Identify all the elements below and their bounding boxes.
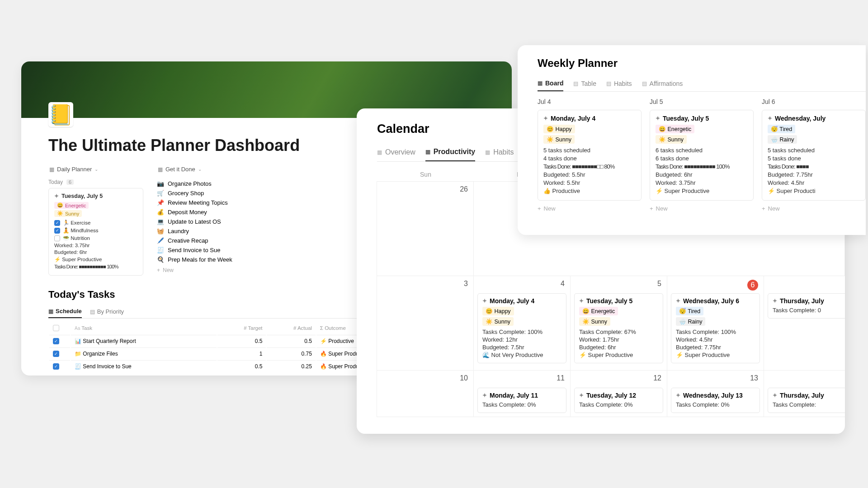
tab-productivity[interactable]: ▦Productivity (425, 143, 475, 161)
tasks-complete: Tasks Complete: 0% (482, 401, 561, 408)
affirmations-icon: ▤ (642, 80, 647, 87)
select-all-checkbox[interactable] (53, 325, 59, 331)
habits-icon: ▤ (606, 80, 611, 87)
tasks-complete: Tasks Complete: (773, 401, 845, 408)
budgeted: Budgeted: 7.75hr (676, 344, 755, 351)
tab-table[interactable]: ▤Table (573, 76, 596, 91)
todo-icon: 💻 (157, 218, 164, 225)
event-title: Thursday, July (780, 297, 824, 305)
calendar-cell[interactable]: 3 (377, 276, 474, 371)
productive: ⚡ Super Productive (656, 188, 748, 194)
plus-icon: + (762, 205, 765, 212)
worked: Worked: 3.75hr (656, 179, 748, 186)
todo-label: Organize Photos (168, 180, 212, 187)
day-number: 3 (464, 280, 468, 288)
page-icon[interactable]: 📒 (48, 102, 73, 127)
budgeted: Budgeted: 5.5hr (543, 171, 636, 178)
calendar-cell[interactable]: 6 ✦Wednesday, July 6😴 Tired🌧️ RainyTasks… (667, 276, 764, 371)
todo-icon: 📷 (157, 180, 164, 187)
weather-chip: 🌧️ Rainy (768, 135, 797, 144)
day-number: 5 (657, 280, 661, 288)
calendar-cell[interactable]: 12 ✦Tuesday, July 12Tasks Complete: 0% (570, 370, 667, 417)
chevron-down-icon: ⌄ (198, 167, 202, 172)
todo-label: Review Meeting Topics (168, 199, 228, 206)
weekly-card-title: Monday, July 4 (551, 115, 595, 122)
tasks-done: Tasks Done: ■■■■ (768, 163, 860, 170)
day-event-card[interactable]: ✦Wednesday, July 6😴 Tired🌧️ RainyTasks C… (671, 293, 760, 363)
calendar-cell[interactable]: 13 ✦Wednesday, July 13Tasks Complete: 0% (667, 370, 764, 417)
habit-label: 🏃 Exercise (63, 220, 90, 226)
habit-row[interactable]: 🏃 Exercise (54, 220, 137, 226)
today-card[interactable]: ✦Tuesday, July 5 😄 Energetic ☀️ Sunny 🏃 … (48, 188, 143, 276)
today-label: Today (48, 179, 63, 185)
calendar-cell[interactable]: 26 (377, 181, 474, 276)
tab-board[interactable]: ▦Board (538, 76, 563, 91)
task-name: 📁 Organize Files (71, 347, 217, 359)
todo-label: Update to Latest OS (168, 218, 221, 225)
sparkle-icon: ✦ (482, 392, 487, 399)
weekly-card-title: Tuesday, July 5 (663, 115, 709, 122)
mood-chip: 😴 Tired (768, 125, 795, 133)
row-checkbox[interactable] (53, 338, 59, 344)
habit-checkbox[interactable] (54, 228, 60, 234)
sparkle-icon: ✦ (656, 115, 660, 122)
sparkle-icon: ✦ (773, 392, 777, 399)
weekly-card[interactable]: ✦Monday, July 4 😊 Happy ☀️ Sunny 5 tasks… (538, 110, 642, 201)
tasks-complete: Tasks Complete: 0% (579, 401, 658, 408)
habit-checkbox[interactable] (54, 220, 60, 226)
chevron-down-icon: ⌄ (94, 167, 98, 172)
day-event-card[interactable]: ✦Monday, July 4😊 Happy☀️ SunnyTasks Comp… (477, 293, 566, 363)
todo-icon: 🧾 (157, 247, 164, 253)
new-weekly-button[interactable]: +New (538, 205, 642, 212)
weather-chip: ☀️ Sunny (656, 135, 687, 144)
day-event-card[interactable]: ✦Tuesday, July 5😄 Energetic☀️ SunnyTasks… (574, 293, 663, 363)
weather-chip: ☀️ Sunny (54, 210, 82, 217)
day-number: 10 (460, 374, 468, 382)
tasks-complete: Tasks Complete: 100% (676, 328, 755, 335)
productive: ⚡ Super Productive (579, 352, 658, 358)
worked: Worked: 5.5hr (543, 179, 636, 186)
priority-icon: ▤ (90, 309, 95, 315)
tab-habits[interactable]: ▦Habits (485, 143, 514, 161)
tab-habits[interactable]: ▤Habits (606, 76, 632, 91)
calendar-cell[interactable]: 7 ✦Thursday, JulyTasks Complete: 0 (764, 276, 845, 371)
calendar-cell[interactable]: 14 ✦Thursday, JulyTasks Complete: (764, 370, 845, 417)
plus-icon: + (650, 205, 653, 212)
habit-row[interactable]: 🥗 Nutrition (54, 235, 137, 241)
todo-label: Creative Recap (168, 237, 208, 244)
worked-stat: Worked: 3.75hr (54, 243, 137, 248)
tab-overview[interactable]: ▦Overview (377, 143, 415, 161)
sparkle-icon: ✦ (579, 298, 584, 304)
day-event-card[interactable]: ✦Wednesday, July 13Tasks Complete: 0% (671, 388, 760, 413)
daily-planner-view-toggle[interactable]: ▦ Daily Planner ⌄ (48, 164, 143, 174)
budgeted: Budgeted: 6hr (579, 344, 658, 351)
tab-by-priority[interactable]: ▤By Priority (90, 305, 124, 318)
new-weekly-button[interactable]: +New (762, 205, 866, 212)
habit-row[interactable]: 🧘 Mindfulness (54, 227, 137, 234)
productive: ⚡ Super Producti (768, 188, 860, 194)
row-checkbox[interactable] (53, 351, 59, 357)
habit-checkbox[interactable] (54, 235, 60, 241)
new-weekly-button[interactable]: +New (650, 205, 754, 212)
calendar-icon: ▦ (49, 166, 54, 173)
day-event-card[interactable]: ✦Monday, July 11Tasks Complete: 0% (477, 388, 566, 413)
schedule-icon: ▦ (48, 308, 53, 314)
weekly-card[interactable]: ✦Tuesday, July 5 😄 Energetic ☀️ Sunny 6 … (650, 110, 754, 201)
calendar-cell[interactable]: 11 ✦Monday, July 11Tasks Complete: 0% (473, 370, 571, 417)
todo-label: Deposit Money (168, 209, 207, 216)
tab-affirmations[interactable]: ▤Affirmations (642, 76, 683, 91)
day-event-card[interactable]: ✦Tuesday, July 12Tasks Complete: 0% (574, 388, 663, 413)
mood-chip: 😊 Happy (543, 125, 575, 133)
day-event-card[interactable]: ✦Thursday, JulyTasks Complete: 0 (768, 293, 845, 319)
weekly-column-head: Jul 4 (538, 98, 642, 105)
today-card-title: Tuesday, July 5 (61, 193, 103, 199)
day-event-card[interactable]: ✦Thursday, JulyTasks Complete: (768, 388, 845, 413)
calendar-cell[interactable]: 5 ✦Tuesday, July 5😄 Energetic☀️ SunnyTas… (570, 276, 667, 371)
weekly-card[interactable]: ✦Wednesday, July 😴 Tired 🌧️ Rainy 5 task… (762, 110, 866, 201)
row-checkbox[interactable] (53, 363, 59, 370)
tab-schedule[interactable]: ▦Schedule (48, 305, 82, 318)
calendar-cell[interactable]: 10 (377, 370, 474, 417)
scheduled: 5 tasks scheduled (768, 147, 860, 154)
daily-planner-label: Daily Planner (57, 166, 92, 173)
calendar-cell[interactable]: 4 ✦Monday, July 4😊 Happy☀️ SunnyTasks Co… (473, 276, 571, 371)
